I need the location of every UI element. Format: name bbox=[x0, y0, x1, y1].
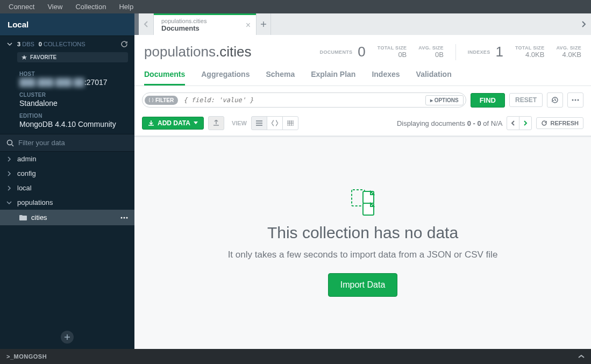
db-item-config[interactable]: config bbox=[0, 166, 134, 181]
svg-point-4 bbox=[572, 99, 574, 101]
tab-aggregations[interactable]: Aggregations bbox=[201, 70, 250, 85]
host-label: HOST bbox=[19, 71, 127, 77]
svg-point-5 bbox=[575, 99, 576, 101]
mongosh-bar[interactable]: >_MONGOSH bbox=[0, 349, 591, 364]
chevron-left-icon bbox=[144, 21, 149, 27]
list-icon bbox=[256, 120, 262, 126]
cluster-label: CLUSTER bbox=[19, 92, 127, 98]
db-item-populations[interactable]: populations bbox=[0, 195, 134, 210]
plus-icon bbox=[64, 334, 70, 340]
plus-icon bbox=[261, 22, 266, 27]
export-icon bbox=[213, 120, 219, 126]
favorite-button[interactable]: FAVORITE bbox=[17, 52, 128, 62]
add-database-button[interactable] bbox=[61, 331, 74, 344]
menu-connect[interactable]: Connect bbox=[4, 1, 39, 12]
page-prev-button[interactable] bbox=[507, 116, 519, 130]
tab-strip: populations.cities Documents × bbox=[134, 13, 591, 35]
history-icon bbox=[551, 96, 559, 104]
tab-prev-button[interactable] bbox=[139, 13, 154, 35]
filter-input[interactable] bbox=[178, 96, 425, 104]
chevron-left-icon bbox=[511, 120, 515, 126]
table-icon bbox=[287, 120, 294, 126]
chevron-down-icon bbox=[6, 200, 12, 205]
svg-rect-7 bbox=[287, 120, 294, 126]
chevron-right-icon bbox=[523, 120, 528, 126]
documents-count: 0 bbox=[358, 44, 365, 60]
history-button[interactable] bbox=[547, 92, 563, 108]
filter-databases-input[interactable] bbox=[18, 139, 128, 147]
import-data-button[interactable]: Import Data bbox=[328, 273, 398, 297]
search-icon bbox=[6, 139, 14, 147]
db-item-admin[interactable]: admin bbox=[0, 152, 134, 166]
svg-point-6 bbox=[578, 99, 579, 101]
refresh-button[interactable]: REFRESH bbox=[536, 117, 583, 129]
cluster-value: Standalone bbox=[19, 98, 127, 113]
tab-documents[interactable]: Documents bbox=[144, 70, 185, 85]
menu-collection[interactable]: Collection bbox=[71, 1, 110, 12]
tab-populations-cities[interactable]: populations.cities Documents × bbox=[154, 13, 256, 35]
namespace-title: populations.cities bbox=[144, 44, 251, 60]
svg-point-3 bbox=[126, 217, 128, 218]
tab-explain-plan[interactable]: Explain Plan bbox=[311, 70, 355, 85]
menu-help[interactable]: Help bbox=[115, 1, 138, 12]
caret-down-icon bbox=[194, 122, 198, 125]
database-list: admin config local populations cities bbox=[0, 152, 134, 325]
coll-count-label: 0 COLLECTIONS bbox=[39, 41, 86, 47]
download-icon bbox=[148, 120, 154, 126]
add-data-button[interactable]: ADD DATA bbox=[142, 117, 204, 130]
svg-point-2 bbox=[124, 217, 125, 218]
braces-icon bbox=[149, 98, 153, 102]
export-button[interactable] bbox=[208, 116, 224, 130]
tab-title: Documents bbox=[161, 24, 238, 32]
more-icon bbox=[572, 99, 579, 101]
chevron-right-icon bbox=[6, 156, 12, 162]
host-value: ███.███.███.██:27017 bbox=[19, 77, 127, 92]
edition-label: EDITION bbox=[19, 113, 127, 119]
filter-badge[interactable]: FILTER bbox=[145, 96, 178, 105]
chevron-right-icon bbox=[581, 21, 586, 27]
find-button[interactable]: FIND bbox=[471, 93, 505, 108]
reset-button[interactable]: RESET bbox=[509, 93, 543, 107]
refresh-icon[interactable] bbox=[120, 40, 128, 48]
collection-sub-tabs: Documents Aggregations Schema Explain Pl… bbox=[134, 65, 591, 86]
refresh-icon bbox=[541, 120, 547, 126]
tab-validation[interactable]: Validation bbox=[416, 70, 452, 85]
folder-icon bbox=[19, 215, 27, 221]
tab-indexes[interactable]: Indexes bbox=[372, 70, 400, 85]
tab-add-button[interactable] bbox=[256, 13, 271, 35]
view-table-button[interactable] bbox=[282, 116, 298, 130]
query-bar: FILTER ▸ OPTIONS FIND RESET bbox=[134, 86, 591, 114]
chevron-right-icon bbox=[6, 171, 12, 176]
tab-subtitle: populations.cities bbox=[161, 18, 238, 24]
more-options-button[interactable] bbox=[567, 92, 583, 108]
empty-subtitle: It only takes a few seconds to import da… bbox=[228, 249, 498, 260]
indexes-count: 1 bbox=[495, 44, 503, 60]
edition-value: MongoDB 4.4.10 Community bbox=[19, 119, 127, 134]
sidebar: Local 3 DBS 0 COLLECTIONS FAVORITE HOST … bbox=[0, 13, 134, 349]
tab-next-button[interactable] bbox=[576, 13, 591, 35]
tab-schema[interactable]: Schema bbox=[266, 70, 295, 85]
chevron-down-icon[interactable] bbox=[6, 41, 13, 47]
collection-item-cities[interactable]: cities bbox=[0, 210, 134, 225]
empty-documents-icon bbox=[351, 189, 375, 216]
menu-view[interactable]: View bbox=[43, 1, 67, 12]
more-icon[interactable] bbox=[120, 217, 128, 219]
collection-stats: DOCUMENTS 0 TOTAL SIZE0B AVG. SIZE0B IND… bbox=[320, 44, 581, 60]
star-icon bbox=[22, 55, 27, 60]
sidebar-resize-handle[interactable] bbox=[134, 13, 139, 35]
empty-title: This collection has no data bbox=[267, 224, 458, 242]
tab-close-button[interactable]: × bbox=[246, 20, 251, 30]
svg-point-1 bbox=[121, 217, 123, 218]
connection-title: Local bbox=[0, 13, 134, 36]
db-item-local[interactable]: local bbox=[0, 181, 134, 195]
empty-state: This collection has no data It only take… bbox=[134, 137, 591, 349]
view-list-button[interactable] bbox=[251, 116, 267, 130]
app-menu-bar: Connect View Collection Help bbox=[0, 0, 591, 13]
braces-icon bbox=[272, 120, 278, 126]
options-button[interactable]: ▸ OPTIONS bbox=[425, 95, 464, 105]
svg-point-0 bbox=[8, 140, 12, 145]
page-next-button[interactable] bbox=[519, 116, 532, 130]
view-label: VIEW bbox=[232, 120, 247, 126]
db-count-label: 3 DBS bbox=[17, 41, 34, 47]
view-json-button[interactable] bbox=[267, 116, 283, 130]
